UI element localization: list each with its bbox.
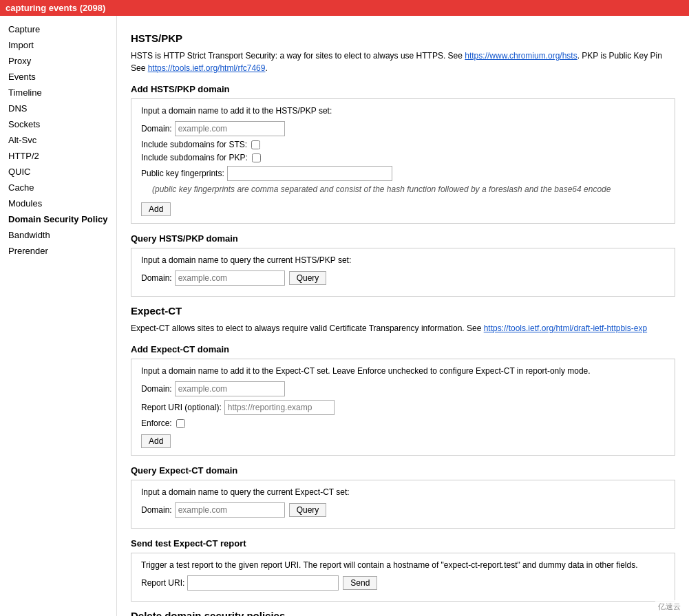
sidebar-item-events[interactable]: Events — [0, 69, 116, 85]
hsts-pkp-section: HSTS/PKP HSTS is HTTP Strict Transport S… — [131, 32, 675, 297]
query-hsts-form: Input a domain name to query the current… — [131, 248, 675, 297]
send-expect-ct-form-desc: Trigger a test report to the given repor… — [141, 560, 665, 570]
hsts-sts-checkbox[interactable] — [251, 140, 260, 149]
expect-ct-reporturi-input[interactable] — [224, 400, 335, 415]
add-expect-ct-title: Add Expect-CT domain — [131, 344, 675, 354]
expect-ct-section: Expect-CT Expect-CT allows sites to elec… — [131, 305, 675, 602]
query-hsts-form-desc: Input a domain name to query the current… — [141, 255, 665, 265]
hsts-desc-2: . PKP is Public Key Pin — [577, 51, 662, 61]
sidebar-item-prerender[interactable]: Prerender — [0, 243, 116, 259]
expect-ct-query-button[interactable]: Query — [289, 503, 327, 517]
expect-ct-enforce-checkbox[interactable] — [176, 419, 185, 428]
expect-ct-reporturi-row: Report URI (optional): — [141, 400, 665, 415]
add-hsts-form-desc: Input a domain name to add it to the HST… — [141, 106, 665, 116]
expect-ct-desc-text: Expect-CT allows sites to elect to alway… — [131, 323, 484, 333]
hsts-sts-row: Include subdomains for STS: — [141, 140, 665, 149]
hsts-desc-1: HSTS is HTTP Strict Transport Security: … — [131, 51, 465, 61]
query-hsts-domain-row: Domain: Query — [141, 270, 665, 286]
send-reporturi-input[interactable] — [187, 575, 339, 591]
hsts-link2[interactable]: https://tools.ietf.org/html/rfc7469 — [148, 63, 266, 73]
delete-section: Delete domain security policies Input a … — [131, 610, 675, 616]
watermark: 亿速云 — [655, 600, 683, 613]
hsts-pkp-row: Include subdomains for PKP: — [141, 153, 665, 162]
hsts-add-button[interactable]: Add — [141, 202, 171, 216]
send-reporturi-row: Report URI: Send — [141, 575, 665, 591]
title-text: capturing events (2098) — [6, 3, 105, 13]
query-expect-ct-form: Input a domain name to query the current… — [131, 480, 675, 529]
hsts-domain-row: Domain: — [141, 121, 665, 136]
hsts-fingerprint-label: Public key fingerprints: — [141, 169, 224, 178]
sidebar-item-cache[interactable]: Cache — [0, 180, 116, 195]
hsts-pkp-checkbox[interactable] — [252, 153, 261, 162]
main-content: HSTS/PKP HSTS is HTTP Strict Transport S… — [117, 16, 689, 616]
sidebar-item-dns[interactable]: DNS — [0, 100, 116, 116]
query-expect-ct-title: Query Expect-CT domain — [131, 465, 675, 476]
query-expect-ct-domain-input[interactable] — [175, 502, 285, 518]
expect-ct-enforce-row: Enforce: — [141, 418, 665, 428]
send-expect-ct-title: Send test Expect-CT report — [131, 538, 675, 549]
hsts-pkp-label: Include subdomains for PKP: — [141, 153, 248, 162]
sidebar-item-timeline[interactable]: Timeline — [0, 85, 116, 100]
query-expect-ct-domain-label: Domain: — [141, 505, 172, 515]
expect-ct-enforce-label: Enforce: — [141, 418, 172, 428]
hsts-query-button[interactable]: Query — [289, 271, 327, 285]
query-hsts-domain-label: Domain: — [141, 273, 172, 283]
expect-ct-title: Expect-CT — [131, 305, 675, 317]
fingerprint-note: (public key fingerprints are comma separ… — [152, 184, 665, 194]
sidebar-item-alt-svc[interactable]: Alt-Svc — [0, 132, 116, 148]
hsts-domain-input[interactable] — [175, 121, 285, 136]
sidebar-item-http2[interactable]: HTTP/2 — [0, 148, 116, 164]
hsts-fingerprint-input[interactable] — [227, 166, 392, 181]
sidebar: Capture Import Proxy Events Timeline DNS… — [0, 16, 117, 616]
sidebar-item-quic[interactable]: QUIC — [0, 164, 116, 180]
expect-ct-add-button[interactable]: Add — [141, 434, 171, 448]
send-expect-ct-form: Trigger a test report to the given repor… — [131, 553, 675, 602]
expect-ct-domain-label: Domain: — [141, 384, 172, 394]
send-button[interactable]: Send — [343, 576, 377, 590]
sidebar-item-bandwidth[interactable]: Bandwidth — [0, 227, 116, 243]
hsts-sts-label: Include subdomains for STS: — [141, 140, 247, 149]
add-hsts-title: Add HSTS/PKP domain — [131, 84, 675, 94]
query-hsts-domain-input[interactable] — [175, 270, 285, 286]
hsts-desc-4: . — [265, 63, 267, 73]
hsts-domain-label: Domain: — [141, 124, 172, 134]
send-reporturi-label: Report URI: — [141, 578, 184, 588]
expect-ct-link[interactable]: https://tools.ietf.org/html/draft-ietf-h… — [484, 323, 647, 333]
sidebar-item-sockets[interactable]: Sockets — [0, 116, 116, 132]
hsts-pkp-title: HSTS/PKP — [131, 32, 675, 44]
expect-ct-desc: Expect-CT allows sites to elect to alway… — [131, 322, 675, 334]
hsts-link1[interactable]: https://www.chromium.org/hsts — [465, 51, 577, 61]
sidebar-item-domain-security-policy[interactable]: Domain Security Policy — [0, 211, 116, 227]
sidebar-item-capture[interactable]: Capture — [0, 21, 116, 37]
query-expect-ct-domain-row: Domain: Query — [141, 502, 665, 518]
delete-title: Delete domain security policies — [131, 610, 675, 616]
add-expect-ct-form-desc: Input a domain name to add it to the Exp… — [141, 366, 665, 376]
add-hsts-form: Input a domain name to add it to the HST… — [131, 98, 675, 224]
title-bar: capturing events (2098) — [0, 0, 689, 16]
sidebar-item-import[interactable]: Import — [0, 37, 116, 53]
query-expect-ct-form-desc: Input a domain name to query the current… — [141, 487, 665, 497]
hsts-desc-3: See — [131, 63, 148, 73]
expect-ct-reporturi-label: Report URI (optional): — [141, 403, 222, 412]
expect-ct-domain-input[interactable] — [175, 381, 285, 396]
query-hsts-title: Query HSTS/PKP domain — [131, 233, 675, 244]
add-expect-ct-form: Input a domain name to add it to the Exp… — [131, 359, 675, 456]
sidebar-item-modules[interactable]: Modules — [0, 195, 116, 211]
hsts-pkp-desc: HSTS is HTTP Strict Transport Security: … — [131, 50, 675, 74]
hsts-fingerprint-row: Public key fingerprints: — [141, 166, 665, 181]
expect-ct-domain-row: Domain: — [141, 381, 665, 396]
sidebar-item-proxy[interactable]: Proxy — [0, 53, 116, 69]
